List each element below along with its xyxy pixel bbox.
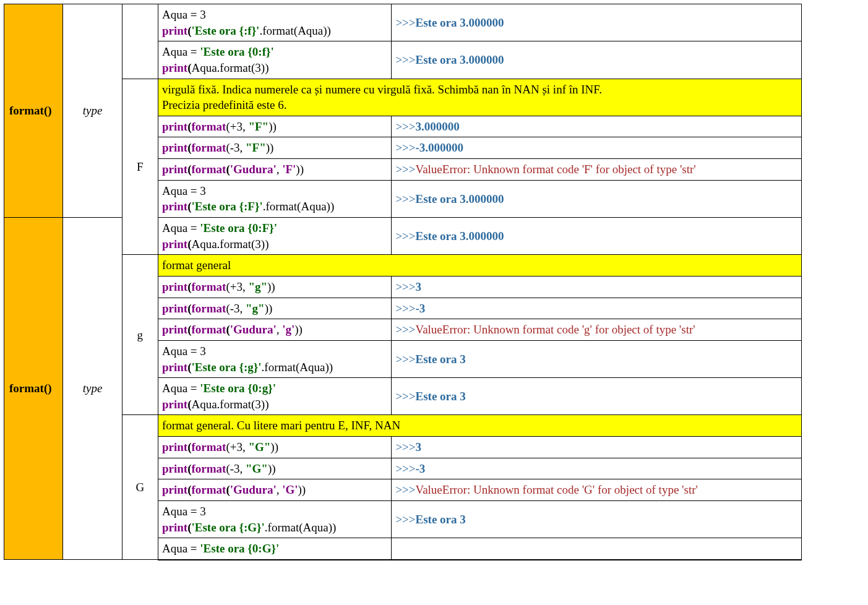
code-cell: Aqua = 'Este ora {0:G}' <box>158 538 391 560</box>
kw-print: print <box>162 521 187 534</box>
trail: )) <box>270 440 278 453</box>
trail: Aqua.format(3)) <box>191 61 269 74</box>
code-line: Aqua = 3 <box>162 505 206 518</box>
str-literal: 'Gudura' <box>230 483 277 496</box>
prompt: >>> <box>395 323 415 336</box>
code-cell: Aqua = 3 print('Este ora {:g}'.format(Aq… <box>158 340 391 377</box>
kw-print: print <box>162 361 187 374</box>
fn-format: format <box>191 323 226 336</box>
prompt: >>> <box>395 353 415 366</box>
output-text: Este ora 3.000000 <box>416 16 504 29</box>
function-name: format() <box>4 4 63 218</box>
kw-print: print <box>162 200 187 213</box>
output-text: Este ora 3.000000 <box>416 192 504 205</box>
fn-format: format <box>191 483 226 496</box>
str-literal: 'Gudura' <box>230 323 277 336</box>
code-cell: Aqua = 'Este ora {0:F}' print(Aqua.forma… <box>158 218 391 255</box>
str-literal: "g" <box>248 280 267 293</box>
format-reference-table: format() type Aqua = 3 print('Este ora {… <box>4 4 802 560</box>
code-line: Aqua = <box>162 542 200 555</box>
fn-format: format <box>191 440 226 453</box>
output-cell: >>>Este ora 3.000000 <box>392 218 802 255</box>
prompt: >>> <box>395 230 415 242</box>
code-line: Aqua = 3 <box>162 8 206 21</box>
kw-print: print <box>162 302 187 315</box>
table-row: g format general <box>4 255 802 277</box>
comma: , <box>277 483 283 496</box>
output-text: Este ora 3 <box>416 353 466 366</box>
output-error: ValueError: Unknown format code 'g' for … <box>416 323 695 336</box>
output-cell: >>>Este ora 3 <box>392 378 802 415</box>
code-line: Aqua = <box>162 221 200 234</box>
output-cell: >>>Este ora 3.000000 <box>392 180 802 217</box>
type-description: format general. Cu litere mari pentru E,… <box>158 415 801 437</box>
type-letter: G <box>122 415 158 560</box>
str-literal: 'Este ora {0:g}' <box>200 382 276 395</box>
kw-print: print <box>162 323 187 336</box>
output-text: Este ora 3.000000 <box>416 230 504 242</box>
trail: Aqua.format(3)) <box>191 238 269 251</box>
prompt: >>> <box>395 53 415 66</box>
prompt: >>> <box>395 120 415 133</box>
kw-print: print <box>162 462 187 475</box>
kw-print: print <box>162 483 187 496</box>
trail: .format(Aqua)) <box>265 521 337 534</box>
trail: )) <box>298 483 306 496</box>
args: (+3, <box>226 120 248 133</box>
output-cell: >>>ValueError: Unknown format code 'g' f… <box>392 319 802 341</box>
output-cell: >>>3.000000 <box>392 116 802 137</box>
kw-print: print <box>162 238 187 251</box>
prompt: >>> <box>395 440 415 453</box>
prompt: >>> <box>395 462 415 475</box>
output-cell: >>>ValueError: Unknown format code 'F' f… <box>392 159 802 181</box>
str-literal: 'g' <box>282 323 294 336</box>
code-cell: print(format(+3, "g")) <box>158 276 391 298</box>
args: (-3, <box>226 302 246 315</box>
code-line: Aqua = 3 <box>162 345 206 358</box>
kw-print: print <box>162 163 187 176</box>
fn-format: format <box>191 302 226 315</box>
args: (-3, <box>226 141 246 154</box>
trail: )) <box>294 323 303 336</box>
kw-print: print <box>162 120 187 133</box>
code-line: Aqua = <box>162 45 200 58</box>
table-row: G format general. Cu litere mari pentru … <box>4 415 802 437</box>
fn-format: format <box>191 163 226 176</box>
output-text: Este ora 3.000000 <box>416 53 504 66</box>
fn-format: format <box>191 141 226 154</box>
type-letter: g <box>122 255 158 415</box>
code-cell: Aqua = 'Este ora {0:f}' print(Aqua.forma… <box>158 41 391 79</box>
str-literal: "F" <box>246 141 266 154</box>
str-literal: 'Este ora {:f}' <box>191 24 259 37</box>
output-text: Este ora 3 <box>416 513 466 526</box>
prompt: >>> <box>395 16 415 29</box>
output-error: ValueError: Unknown format code 'G' for … <box>416 483 698 496</box>
prompt: >>> <box>395 163 415 176</box>
str-literal: 'Este ora {0:F}' <box>200 221 277 234</box>
output-cell: >>>-3 <box>392 298 802 319</box>
output-cell: >>>Este ora 3 <box>392 501 802 538</box>
code-cell: print(format(-3, "G")) <box>158 458 391 479</box>
prompt: >>> <box>395 483 415 496</box>
output-error: ValueError: Unknown format code 'F' for … <box>416 163 696 176</box>
output-cell: >>>-3.000000 <box>392 137 802 159</box>
str-literal: "G" <box>248 440 270 453</box>
output-cell: >>>3 <box>392 276 802 298</box>
code-cell: print(format(+3, "F")) <box>158 116 391 137</box>
trail: )) <box>267 280 275 293</box>
prompt: >>> <box>395 513 415 526</box>
fn-format: format <box>191 462 226 475</box>
output-text: -3.000000 <box>416 141 464 154</box>
type-description: format general <box>158 255 801 277</box>
kw-print: print <box>162 141 187 154</box>
trail: )) <box>269 120 277 133</box>
prompt: >>> <box>395 192 415 205</box>
str-literal: 'F' <box>282 163 296 176</box>
str-literal: 'Este ora {:g}' <box>191 361 261 374</box>
output-cell: >>>Este ora 3.000000 <box>392 41 802 79</box>
kw-print: print <box>162 398 187 411</box>
prompt: >>> <box>395 390 415 403</box>
output-cell <box>392 538 802 560</box>
str-literal: "F" <box>248 120 269 133</box>
table-row: F virgulă fixă. Indica numerele ca și nu… <box>4 79 802 116</box>
